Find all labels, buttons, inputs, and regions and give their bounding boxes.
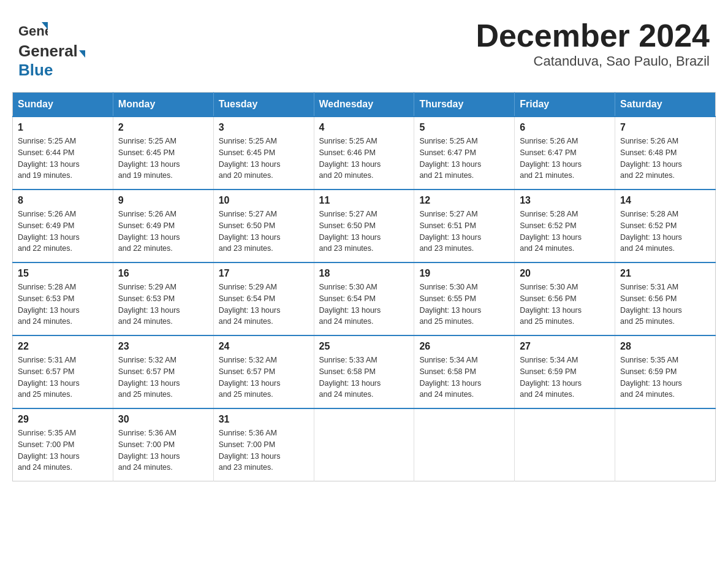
calendar-cell-11: 11 Sunrise: 5:27 AM Sunset: 6:50 PM Dayl…	[314, 190, 414, 262]
calendar-cell-4: 4 Sunrise: 5:25 AM Sunset: 6:46 PM Dayli…	[314, 117, 414, 190]
calendar-week-2: 8 Sunrise: 5:26 AM Sunset: 6:49 PM Dayli…	[13, 190, 716, 262]
day-number: 20	[520, 268, 610, 279]
day-info: Sunrise: 5:30 AM Sunset: 6:55 PM Dayligh…	[419, 282, 509, 327]
calendar-cell-23: 23 Sunrise: 5:32 AM Sunset: 6:57 PM Dayl…	[113, 335, 213, 408]
calendar-cell-14: 14 Sunrise: 5:28 AM Sunset: 6:52 PM Dayl…	[615, 190, 716, 262]
calendar-cell-3: 3 Sunrise: 5:25 AM Sunset: 6:45 PM Dayli…	[213, 117, 314, 190]
day-info: Sunrise: 5:25 AM Sunset: 6:44 PM Dayligh…	[18, 136, 108, 182]
calendar-cell-30: 30 Sunrise: 5:36 AM Sunset: 7:00 PM Dayl…	[113, 408, 213, 481]
day-info: Sunrise: 5:26 AM Sunset: 6:47 PM Dayligh…	[520, 136, 610, 182]
calendar-cell-20: 20 Sunrise: 5:30 AM Sunset: 6:56 PM Dayl…	[515, 262, 615, 335]
day-info: Sunrise: 5:30 AM Sunset: 6:56 PM Dayligh…	[520, 282, 610, 327]
day-info: Sunrise: 5:35 AM Sunset: 7:00 PM Dayligh…	[18, 427, 108, 473]
calendar-cell-empty	[314, 408, 414, 481]
day-header-tuesday: Tuesday	[213, 93, 314, 117]
calendar-cell-empty	[414, 408, 515, 481]
day-header-monday: Monday	[113, 93, 213, 117]
day-info: Sunrise: 5:32 AM Sunset: 6:57 PM Dayligh…	[118, 354, 208, 400]
day-number: 10	[219, 195, 309, 206]
day-number: 23	[118, 341, 208, 352]
day-info: Sunrise: 5:34 AM Sunset: 6:58 PM Dayligh…	[419, 354, 509, 400]
day-number: 2	[118, 122, 208, 133]
calendar-cell-16: 16 Sunrise: 5:29 AM Sunset: 6:53 PM Dayl…	[113, 262, 213, 335]
day-header-wednesday: Wednesday	[314, 93, 414, 117]
calendar-cell-31: 31 Sunrise: 5:36 AM Sunset: 7:00 PM Dayl…	[213, 408, 314, 481]
day-number: 7	[620, 122, 710, 133]
calendar-cell-8: 8 Sunrise: 5:26 AM Sunset: 6:49 PM Dayli…	[13, 190, 113, 262]
day-info: Sunrise: 5:25 AM Sunset: 6:47 PM Dayligh…	[419, 136, 509, 182]
day-info: Sunrise: 5:26 AM Sunset: 6:48 PM Dayligh…	[620, 136, 710, 182]
day-info: Sunrise: 5:25 AM Sunset: 6:45 PM Dayligh…	[219, 136, 309, 182]
day-info: Sunrise: 5:29 AM Sunset: 6:53 PM Dayligh…	[118, 282, 208, 327]
day-info: Sunrise: 5:36 AM Sunset: 7:00 PM Dayligh…	[118, 427, 208, 473]
calendar-cell-2: 2 Sunrise: 5:25 AM Sunset: 6:45 PM Dayli…	[113, 117, 213, 190]
calendar-cell-18: 18 Sunrise: 5:30 AM Sunset: 6:54 PM Dayl…	[314, 262, 414, 335]
calendar-cell-29: 29 Sunrise: 5:35 AM Sunset: 7:00 PM Dayl…	[13, 408, 113, 481]
day-number: 13	[520, 195, 610, 206]
day-info: Sunrise: 5:31 AM Sunset: 6:57 PM Dayligh…	[18, 354, 108, 400]
calendar-cell-empty	[515, 408, 615, 481]
day-number: 24	[219, 341, 309, 352]
day-number: 21	[620, 268, 710, 279]
day-info: Sunrise: 5:36 AM Sunset: 7:00 PM Dayligh…	[219, 427, 309, 473]
calendar-week-3: 15 Sunrise: 5:28 AM Sunset: 6:53 PM Dayl…	[13, 262, 716, 335]
page-header: General General Blue December 2024 Catan…	[12, 12, 716, 80]
day-header-thursday: Thursday	[414, 93, 515, 117]
day-info: Sunrise: 5:33 AM Sunset: 6:58 PM Dayligh…	[319, 354, 409, 400]
day-number: 9	[118, 195, 208, 206]
calendar-week-1: 1 Sunrise: 5:25 AM Sunset: 6:44 PM Dayli…	[13, 117, 716, 190]
day-number: 3	[219, 122, 309, 133]
day-info: Sunrise: 5:26 AM Sunset: 6:49 PM Dayligh…	[118, 209, 208, 255]
day-number: 15	[18, 268, 108, 279]
day-number: 1	[18, 122, 108, 133]
calendar-header-row: SundayMondayTuesdayWednesdayThursdayFrid…	[13, 93, 716, 117]
day-number: 11	[319, 195, 409, 206]
calendar-subtitle: Catanduva, Sao Paulo, Brazil	[476, 53, 710, 69]
day-info: Sunrise: 5:27 AM Sunset: 6:50 PM Dayligh…	[319, 209, 409, 255]
day-number: 14	[620, 195, 710, 206]
day-info: Sunrise: 5:27 AM Sunset: 6:50 PM Dayligh…	[219, 209, 309, 255]
day-info: Sunrise: 5:25 AM Sunset: 6:46 PM Dayligh…	[319, 136, 409, 182]
day-number: 12	[419, 195, 509, 206]
calendar-cell-10: 10 Sunrise: 5:27 AM Sunset: 6:50 PM Dayl…	[213, 190, 314, 262]
day-number: 27	[520, 341, 610, 352]
day-info: Sunrise: 5:32 AM Sunset: 6:57 PM Dayligh…	[219, 354, 309, 400]
svg-text:General: General	[18, 23, 48, 39]
calendar-body: 1 Sunrise: 5:25 AM Sunset: 6:44 PM Dayli…	[13, 117, 716, 481]
calendar-cell-24: 24 Sunrise: 5:32 AM Sunset: 6:57 PM Dayl…	[213, 335, 314, 408]
day-number: 26	[419, 341, 509, 352]
day-number: 28	[620, 341, 710, 352]
calendar-cell-12: 12 Sunrise: 5:27 AM Sunset: 6:51 PM Dayl…	[414, 190, 515, 262]
day-info: Sunrise: 5:35 AM Sunset: 6:59 PM Dayligh…	[620, 354, 710, 400]
calendar-cell-28: 28 Sunrise: 5:35 AM Sunset: 6:59 PM Dayl…	[615, 335, 716, 408]
logo: General General Blue	[18, 18, 85, 80]
day-info: Sunrise: 5:28 AM Sunset: 6:52 PM Dayligh…	[520, 209, 610, 255]
calendar-cell-1: 1 Sunrise: 5:25 AM Sunset: 6:44 PM Dayli…	[13, 117, 113, 190]
calendar-cell-26: 26 Sunrise: 5:34 AM Sunset: 6:58 PM Dayl…	[414, 335, 515, 408]
calendar-cell-21: 21 Sunrise: 5:31 AM Sunset: 6:56 PM Dayl…	[615, 262, 716, 335]
calendar-cell-7: 7 Sunrise: 5:26 AM Sunset: 6:48 PM Dayli…	[615, 117, 716, 190]
day-number: 19	[419, 268, 509, 279]
calendar-cell-22: 22 Sunrise: 5:31 AM Sunset: 6:57 PM Dayl…	[13, 335, 113, 408]
day-info: Sunrise: 5:28 AM Sunset: 6:52 PM Dayligh…	[620, 209, 710, 255]
day-number: 17	[219, 268, 309, 279]
day-number: 4	[319, 122, 409, 133]
calendar-week-4: 22 Sunrise: 5:31 AM Sunset: 6:57 PM Dayl…	[13, 335, 716, 408]
logo-general-text: General	[18, 42, 78, 60]
day-info: Sunrise: 5:27 AM Sunset: 6:51 PM Dayligh…	[419, 209, 509, 255]
day-info: Sunrise: 5:34 AM Sunset: 6:59 PM Dayligh…	[520, 354, 610, 400]
calendar-cell-19: 19 Sunrise: 5:30 AM Sunset: 6:55 PM Dayl…	[414, 262, 515, 335]
calendar-header: SundayMondayTuesdayWednesdayThursdayFrid…	[13, 93, 716, 117]
calendar-cell-9: 9 Sunrise: 5:26 AM Sunset: 6:49 PM Dayli…	[113, 190, 213, 262]
logo-triangle-icon	[79, 50, 85, 58]
day-number: 8	[18, 195, 108, 206]
day-number: 5	[419, 122, 509, 133]
day-number: 22	[18, 341, 108, 352]
day-info: Sunrise: 5:30 AM Sunset: 6:54 PM Dayligh…	[319, 282, 409, 327]
day-number: 29	[18, 414, 108, 425]
day-info: Sunrise: 5:25 AM Sunset: 6:45 PM Dayligh…	[118, 136, 208, 182]
calendar-cell-25: 25 Sunrise: 5:33 AM Sunset: 6:58 PM Dayl…	[314, 335, 414, 408]
day-header-friday: Friday	[515, 93, 615, 117]
calendar-week-5: 29 Sunrise: 5:35 AM Sunset: 7:00 PM Dayl…	[13, 408, 716, 481]
day-info: Sunrise: 5:29 AM Sunset: 6:54 PM Dayligh…	[219, 282, 309, 327]
